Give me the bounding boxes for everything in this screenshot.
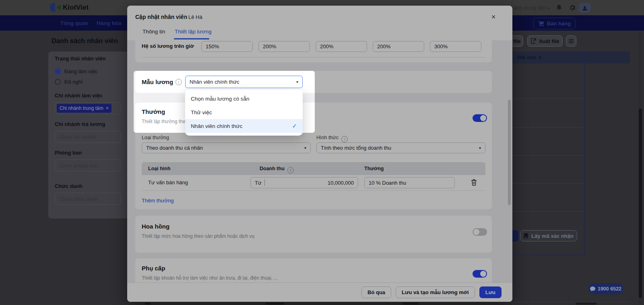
- bonus-subtitle: Thiết lập thưởng theo d: [142, 119, 192, 124]
- radio-working-label[interactable]: Đang làm việc: [64, 68, 97, 74]
- branch-tag[interactable]: Chi nhánh trung tâm ×: [57, 104, 111, 113]
- title-divider: [184, 13, 184, 20]
- chat-icon: [590, 286, 595, 291]
- allowance-card: Phụ cấp Thiết lập khoản hỗ trợ làm việc …: [135, 258, 492, 282]
- hourly-value: 200%: [377, 43, 390, 49]
- columns-toggle-button[interactable]: [566, 35, 576, 47]
- salary-template-dropdown-menu: Chọn mẫu lương có sẵn Thử việc Nhân viên…: [185, 90, 303, 136]
- bonus-form-select[interactable]: Tính theo mức tổng doanh thu ▾: [316, 142, 485, 153]
- notes-column-label: Ghi chú: [517, 55, 536, 60]
- page-scrollbar-thumb[interactable]: [639, 109, 642, 298]
- cart-icon: [538, 21, 544, 27]
- update-employee-modal: Cập nhật nhân viên Lê Hà × Thông tin Thi…: [127, 6, 512, 302]
- allowance-toggle[interactable]: [473, 270, 487, 278]
- export-icon: [531, 38, 536, 44]
- tab-salary-setup[interactable]: Thiết lập lương: [175, 29, 211, 35]
- gear-icon[interactable]: [569, 4, 576, 11]
- bonus-toggle[interactable]: [473, 114, 487, 122]
- option-label: Nhân viên chính thức: [191, 123, 242, 129]
- bell-icon[interactable]: [556, 4, 562, 11]
- hourly-rate-input-3[interactable]: 200%: [316, 41, 367, 52]
- revenue-value: 10,000,000: [328, 180, 354, 186]
- table-row-divider: [512, 211, 584, 212]
- modal-scrollbar-thumb[interactable]: [508, 100, 511, 205]
- role-placeholder: Chọn chức danh: [59, 196, 98, 202]
- radio-resigned-label[interactable]: Đã nghỉ: [64, 79, 83, 85]
- role-label: Chức danh: [55, 183, 83, 189]
- pay-branch-placeholder: Chọn chi nhánh: [59, 134, 96, 140]
- chevron-down-icon: ▾: [547, 6, 549, 10]
- commission-subtitle: Thiết lập mức hoa hồng theo sản phẩm hoặ…: [142, 233, 254, 239]
- table-row-divider: [512, 99, 584, 99]
- commission-card: Hoa hồng Thiết lập mức hoa hồng theo sản…: [135, 216, 492, 253]
- allowance-title: Phụ cấp: [142, 265, 165, 272]
- card-divider: [142, 57, 485, 58]
- hourly-rate-input-5[interactable]: 300%: [430, 41, 481, 52]
- add-bonus-link[interactable]: Thêm thưởng: [142, 198, 173, 204]
- salary-template-select[interactable]: Nhân viên chính thức ▾: [185, 76, 303, 88]
- kiotviet-logo: [50, 3, 55, 12]
- table-row-divider: [512, 155, 584, 156]
- hourly-value: 200%: [320, 43, 333, 49]
- radio-working[interactable]: [55, 68, 61, 74]
- salary-template-value: Nhân viên chính thức: [190, 79, 239, 85]
- save-button[interactable]: Lưu: [479, 286, 502, 298]
- hourly-rate-input-2[interactable]: 200%: [258, 41, 310, 52]
- pay-branch-input[interactable]: Chọn chi nhánh: [55, 131, 121, 143]
- chevron-down-icon: ▾: [296, 80, 298, 84]
- page-title: Danh sách nhân viên: [52, 37, 118, 45]
- chevron-down-icon: ▾: [479, 146, 481, 150]
- nav-item-overview[interactable]: Tổng quan: [60, 20, 88, 26]
- hourly-rate-label: Hệ số lương trên giờ: [142, 43, 194, 49]
- hourly-rate-input-1[interactable]: 150%: [201, 41, 253, 52]
- option-label: Chọn mẫu lương có sẵn: [191, 96, 249, 102]
- info-icon[interactable]: i: [287, 167, 294, 173]
- bonus-type-select[interactable]: Theo doanh thu cá nhân ▾: [142, 142, 311, 153]
- trash-icon[interactable]: [471, 179, 477, 186]
- hourly-rate-input-4[interactable]: 200%: [373, 41, 424, 52]
- hourly-value: 300%: [434, 43, 448, 49]
- bonus-type-label: Loại thưởng: [142, 135, 169, 140]
- close-icon[interactable]: ×: [488, 11, 499, 23]
- work-branch-input[interactable]: Chi nhánh trung tâm ×: [55, 102, 121, 114]
- toggle-knob: [480, 115, 486, 121]
- info-icon[interactable]: i: [175, 79, 182, 85]
- commission-toggle[interactable]: [473, 228, 487, 236]
- bonus-form-label-text: Hình thức: [316, 135, 339, 140]
- bonus-value-text: 10 % Doanh thu: [369, 180, 406, 186]
- radio-resigned[interactable]: [55, 79, 61, 85]
- verify-code-button[interactable]: Lấy mã xác nhận: [520, 230, 577, 241]
- tab-info[interactable]: Thông tin: [142, 29, 165, 35]
- sell-button[interactable]: Bán hàng: [533, 18, 576, 29]
- template-option-official[interactable]: Nhân viên chính thức ✓: [185, 119, 303, 133]
- save-and-new-template-button[interactable]: Lưu và tạo mẫu lương mới: [396, 286, 475, 298]
- role-input[interactable]: Chọn chức danh: [55, 193, 121, 205]
- hourly-value: 200%: [263, 43, 276, 49]
- revenue-input[interactable]: Từ 10,000,000: [250, 177, 358, 188]
- department-input[interactable]: Chọn phòng ban: [55, 159, 121, 171]
- template-option-default[interactable]: Chọn mẫu lương có sẵn: [185, 92, 303, 105]
- bonus-value-input[interactable]: 10 % Doanh thu: [364, 177, 455, 188]
- employee-name: Lê Hà: [188, 14, 202, 20]
- col-type: Loại hình: [148, 166, 171, 171]
- sell-button-label: Bán hàng: [547, 21, 571, 27]
- branch-tag-label: Chi nhánh trung tâm: [60, 105, 103, 111]
- table-footer-divider: [127, 302, 630, 302]
- allowance-subtitle: Thiết lập khoản hỗ trợ làm việc như ăn t…: [142, 275, 278, 281]
- pay-branch-label: Chi nhánh trả lương: [55, 121, 105, 127]
- modal-scroll-area[interactable]: Hệ số lương trên giờ 150% 200% 200% 200%…: [127, 40, 512, 282]
- notes-column-header[interactable]: Ghi chú ⇅: [512, 52, 630, 64]
- bonus-table-header: Loại hình Doanh thu i Thưởng: [142, 162, 485, 175]
- support-hotline-button[interactable]: 1900 6522: [588, 283, 623, 294]
- option-label: Thử việc: [191, 109, 212, 115]
- check-icon: ✓: [292, 122, 297, 130]
- col-bonus: Thưởng: [364, 166, 384, 171]
- remove-tag-icon[interactable]: ×: [106, 105, 109, 111]
- skip-button[interactable]: Bỏ qua: [361, 286, 391, 298]
- nav-item-products[interactable]: Hàng hóa: [97, 20, 122, 26]
- export-file-button[interactable]: Xuất file: [527, 35, 563, 47]
- template-option-probation[interactable]: Thử việc: [185, 105, 303, 119]
- row-fragment: [402, 303, 419, 305]
- info-icon[interactable]: i: [341, 136, 348, 142]
- user-avatar[interactable]: [579, 3, 591, 13]
